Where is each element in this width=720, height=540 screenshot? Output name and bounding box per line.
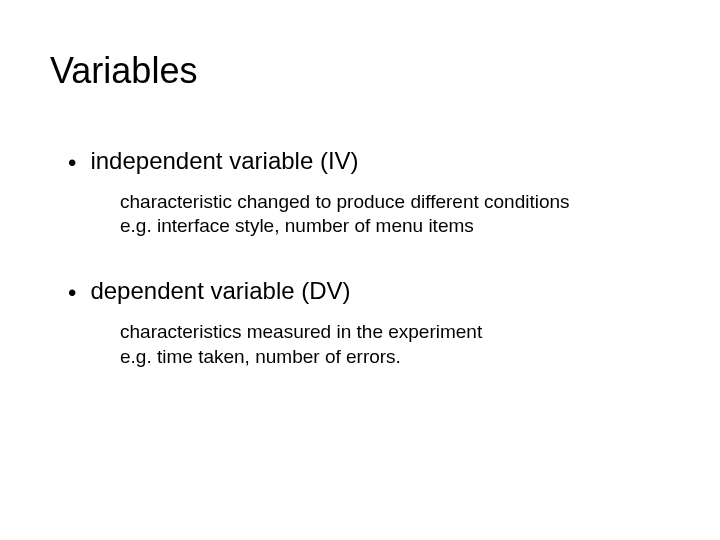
bullet-dot-icon: • — [68, 151, 76, 175]
bullet-heading: independent variable (IV) — [90, 147, 358, 176]
bullet-heading: dependent variable (DV) — [90, 277, 350, 306]
bullet-item: • independent variable (IV) — [50, 147, 670, 176]
bullet-item: • dependent variable (DV) — [50, 277, 670, 306]
desc-line: e.g. interface style, number of menu ite… — [120, 215, 474, 236]
slide-title: Variables — [50, 50, 670, 92]
desc-line: characteristic changed to produce differ… — [120, 191, 570, 212]
desc-line: characteristics measured in the experime… — [120, 321, 482, 342]
bullet-description: characteristic changed to produce differ… — [50, 190, 610, 239]
bullet-dot-icon: • — [68, 281, 76, 305]
desc-line: e.g. time taken, number of errors. — [120, 346, 401, 367]
bullet-description: characteristics measured in the experime… — [50, 320, 610, 369]
